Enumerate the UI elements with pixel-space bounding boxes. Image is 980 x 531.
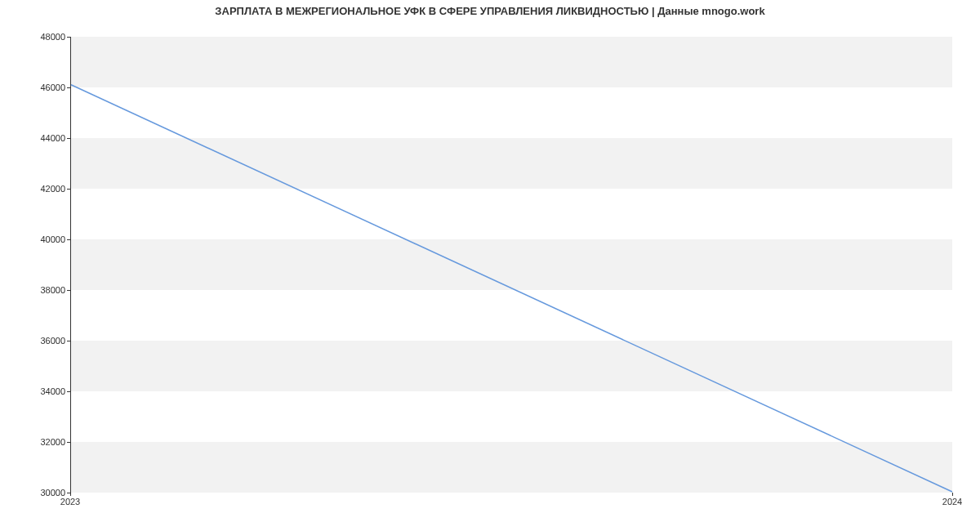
- x-tick-label: 2023: [60, 497, 80, 506]
- x-tick-mark: [70, 493, 71, 496]
- y-tick-label: 32000: [8, 437, 65, 447]
- plot-area: [70, 37, 952, 493]
- y-tick-mark: [67, 239, 70, 240]
- y-tick-mark: [67, 87, 70, 88]
- y-tick-label: 34000: [8, 386, 65, 396]
- y-tick-label: 44000: [8, 133, 65, 143]
- y-tick-label: 36000: [8, 336, 65, 346]
- y-tick-label: 38000: [8, 285, 65, 295]
- chart-title: ЗАРПЛАТА В МЕЖРЕГИОНАЛЬНОЕ УФК В СФЕРЕ У…: [0, 5, 980, 17]
- y-tick-mark: [67, 189, 70, 190]
- y-tick-mark: [67, 341, 70, 341]
- x-tick-mark: [952, 493, 953, 496]
- data-line: [71, 37, 952, 492]
- y-tick-mark: [67, 37, 70, 38]
- y-tick-label: 46000: [8, 83, 65, 92]
- y-tick-mark: [67, 138, 70, 139]
- x-tick-label: 2024: [942, 497, 962, 506]
- y-tick-label: 42000: [8, 184, 65, 194]
- y-tick-label: 48000: [8, 32, 65, 42]
- y-tick-mark: [67, 290, 70, 291]
- y-tick-label: 40000: [8, 234, 65, 244]
- y-tick-mark: [67, 391, 70, 392]
- y-tick-mark: [67, 442, 70, 443]
- y-tick-label: 30000: [8, 488, 65, 498]
